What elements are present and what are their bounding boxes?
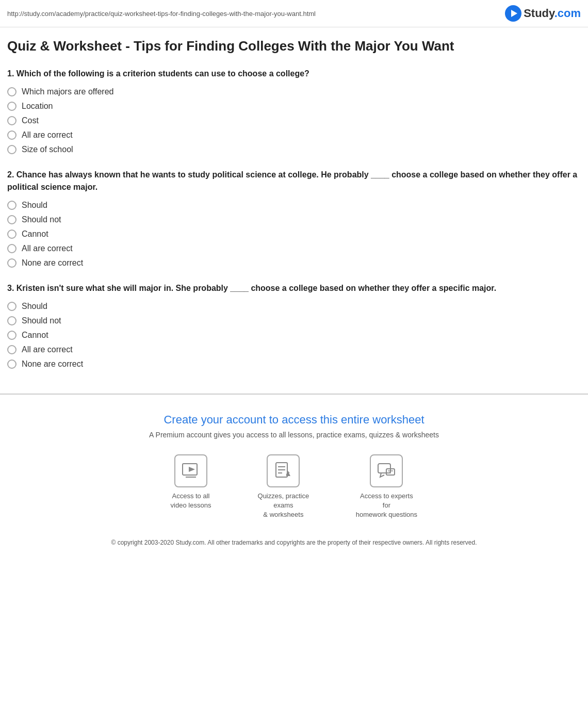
q1e-label: Size of school xyxy=(22,145,73,154)
question-2-text: 2. Chance has always known that he wants… xyxy=(7,169,581,193)
q1a-label: Which majors are offered xyxy=(22,87,113,96)
radio-q1e[interactable] xyxy=(7,145,17,154)
radio-q2e[interactable] xyxy=(7,258,17,268)
q2-option-4[interactable]: All are correct xyxy=(7,244,581,253)
q3-option-3[interactable]: Cannot xyxy=(7,331,581,340)
q3-option-5[interactable]: None are correct xyxy=(7,359,581,369)
cta-subtitle: A Premium account gives you access to al… xyxy=(7,431,581,439)
q3a-label: Should xyxy=(22,302,47,311)
q1-option-3[interactable]: Cost xyxy=(7,116,581,125)
feature-video-label: Access to allvideo lessons xyxy=(171,492,211,510)
svg-marker-1 xyxy=(189,467,195,472)
radio-q1a[interactable] xyxy=(7,87,17,96)
q2-option-5[interactable]: None are correct xyxy=(7,258,581,268)
q2-option-1[interactable]: Should xyxy=(7,201,581,210)
cta-title: Create your account to access this entir… xyxy=(7,413,581,427)
feature-video: Access to allvideo lessons xyxy=(171,454,211,520)
radio-q2a[interactable] xyxy=(7,201,17,210)
q2e-label: None are correct xyxy=(22,258,83,268)
radio-q3b[interactable] xyxy=(7,316,17,325)
logo: Study.com xyxy=(505,5,581,22)
page-title: Quiz & Worksheet - Tips for Finding Coll… xyxy=(7,38,581,55)
radio-q1c[interactable] xyxy=(7,116,17,125)
quiz-icon xyxy=(267,454,300,487)
feature-quizzes: Quizzes, practice exams& worksheets xyxy=(252,454,314,520)
logo-icon xyxy=(505,5,521,22)
q1-option-1[interactable]: Which majors are offered xyxy=(7,87,581,96)
q2d-label: All are correct xyxy=(22,244,73,253)
q1d-label: All are correct xyxy=(22,130,73,140)
radio-q3a[interactable] xyxy=(7,302,17,311)
q1-option-5[interactable]: Size of school xyxy=(7,145,581,154)
q2-option-2[interactable]: Should not xyxy=(7,215,581,224)
question-3-block: 3. Kristen isn't sure what she will majo… xyxy=(7,282,581,369)
feature-quizzes-label: Quizzes, practice exams& worksheets xyxy=(252,492,314,520)
logo-text: Study.com xyxy=(524,7,581,20)
q3b-label: Should not xyxy=(22,316,61,325)
question-3-text: 3. Kristen isn't sure what she will majo… xyxy=(7,282,581,294)
radio-q2d[interactable] xyxy=(7,244,17,253)
radio-q3c[interactable] xyxy=(7,331,17,340)
cta-section: Create your account to access this entir… xyxy=(0,395,588,567)
q2b-label: Should not xyxy=(22,215,61,224)
play-icon xyxy=(511,10,517,17)
q3c-label: Cannot xyxy=(22,331,48,340)
radio-q1d[interactable] xyxy=(7,130,17,140)
q2a-label: Should xyxy=(22,201,47,210)
feature-experts-label: Access to experts forhomework questions xyxy=(355,492,417,520)
footer-copyright: © copyright 2003-2020 Study.com. All oth… xyxy=(7,530,581,556)
radio-q2c[interactable] xyxy=(7,230,17,239)
question-2-block: 2. Chance has always known that he wants… xyxy=(7,169,581,268)
q3-option-2[interactable]: Should not xyxy=(7,316,581,325)
video-icon xyxy=(174,454,207,487)
q2c-label: Cannot xyxy=(22,230,48,239)
q1-option-4[interactable]: All are correct xyxy=(7,130,581,140)
q3e-label: None are correct xyxy=(22,359,83,369)
url-text: http://study.com/academy/practice/quiz-w… xyxy=(7,10,316,18)
q1b-label: Location xyxy=(22,102,53,111)
question-1-text: 1. Which of the following is a criterion… xyxy=(7,68,581,80)
q3d-label: All are correct xyxy=(22,345,73,354)
question-1-block: 1. Which of the following is a criterion… xyxy=(7,68,581,154)
radio-q3e[interactable] xyxy=(7,359,17,369)
q1c-label: Cost xyxy=(22,116,39,125)
q3-option-1[interactable]: Should xyxy=(7,302,581,311)
main-content: Quiz & Worksheet - Tips for Finding Coll… xyxy=(0,27,588,395)
radio-q2b[interactable] xyxy=(7,215,17,224)
feature-experts: Access to experts forhomework questions xyxy=(355,454,417,520)
url-bar: http://study.com/academy/practice/quiz-w… xyxy=(0,0,588,27)
radio-q3d[interactable] xyxy=(7,345,17,354)
feature-icons: Access to allvideo lessons Quizzes, prac… xyxy=(7,454,581,520)
q2-option-3[interactable]: Cannot xyxy=(7,230,581,239)
q3-option-4[interactable]: All are correct xyxy=(7,345,581,354)
radio-q1b[interactable] xyxy=(7,102,17,111)
q1-option-2[interactable]: Location xyxy=(7,102,581,111)
experts-icon xyxy=(370,454,403,487)
